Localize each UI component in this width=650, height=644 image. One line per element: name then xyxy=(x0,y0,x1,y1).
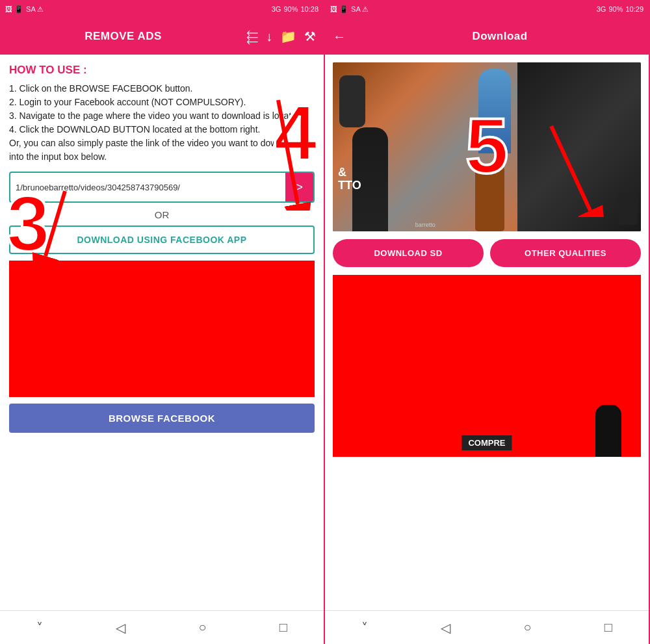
download-sd-button[interactable]: DOWNLOAD SD xyxy=(333,239,484,267)
left-status-bar: 🖼 📱 SA ⚠ 3G 90% 10:28 xyxy=(0,0,324,18)
left-phone-panel: 🖼 📱 SA ⚠ 3G 90% 10:28 REMOVE ADS ⬱ ↓ 📁 ⚒… xyxy=(0,0,325,644)
store-text: &TTO xyxy=(338,166,361,192)
browse-facebook-button[interactable]: BROWSE FACEBOOK xyxy=(9,404,315,433)
right-time-label: 10:29 xyxy=(625,5,644,13)
nav-back-icon[interactable]: ◁ xyxy=(116,620,125,636)
status-left: 🖼 📱 SA ⚠ xyxy=(5,5,44,14)
how-to-title: HOW TO USE : xyxy=(9,64,315,77)
url-input[interactable] xyxy=(10,176,285,199)
notification-icons: 🖼 📱 xyxy=(5,5,23,14)
right-status-bar: 🖼 📱 SA ⚠ 3G 90% 10:29 xyxy=(325,0,649,18)
nav-square-icon[interactable]: □ xyxy=(280,620,287,635)
nav-home-icon[interactable]: ○ xyxy=(199,620,207,635)
right-nav-back-icon[interactable]: ◁ xyxy=(441,620,450,636)
left-top-bar: REMOVE ADS ⬱ ↓ 📁 ⚒ xyxy=(0,18,324,55)
video-right-frame xyxy=(517,62,641,231)
sa-label: SA ⚠ xyxy=(26,5,44,14)
or-label: OR xyxy=(9,209,315,220)
download-title: Download xyxy=(359,30,641,43)
compre-label: COMPRE xyxy=(462,435,512,450)
left-main-content: 3 4 HOW TO USE : 1. Click on the BROWSE … xyxy=(0,55,324,610)
nav-chevron-icon[interactable]: ˅ xyxy=(36,620,43,636)
folder-icon[interactable]: 📁 xyxy=(280,29,296,44)
settings-icon[interactable]: ⚒ xyxy=(304,29,316,44)
back-button[interactable]: ← xyxy=(333,29,346,44)
time-label: 10:28 xyxy=(300,5,318,13)
right-nav-home-icon[interactable]: ○ xyxy=(524,620,532,635)
right-battery-label: 90% xyxy=(608,5,623,13)
signal-label: 3G xyxy=(272,5,281,13)
go-button[interactable]: > xyxy=(285,173,313,201)
left-ad-block xyxy=(9,261,315,397)
share-icon[interactable]: ⬱ xyxy=(246,29,258,44)
right-top-bar: ← Download xyxy=(325,18,649,55)
step-number-5: 5 xyxy=(465,107,509,185)
how-to-steps: 1. Click on the BROWSE FACEBOOK button. … xyxy=(9,82,315,164)
other-qualities-button[interactable]: OTHER QUALITIES xyxy=(490,239,641,267)
right-nav-square-icon[interactable]: □ xyxy=(604,620,612,635)
right-ad-block: COMPRE xyxy=(333,275,641,457)
right-main-content: 5 🎥 &TTO barretto xyxy=(325,55,649,610)
step-number-3: 3 xyxy=(6,185,50,263)
right-signal-label: 3G xyxy=(597,5,606,13)
status-right: 3G 90% 10:28 xyxy=(272,5,318,13)
right-nav-bar: ˅ ◁ ○ □ xyxy=(325,610,649,644)
right-notification-icons: 🖼 📱 xyxy=(330,5,348,14)
url-input-row: > xyxy=(9,172,315,203)
remove-ads-button[interactable]: REMOVE ADS xyxy=(8,30,239,43)
right-sa-label: SA ⚠ xyxy=(351,5,369,14)
battery-label: 90% xyxy=(283,5,298,13)
right-nav-chevron-icon[interactable]: ˅ xyxy=(361,620,368,636)
right-status-left: 🖼 📱 SA ⚠ xyxy=(330,5,369,14)
download-using-fb-app-button[interactable]: DOWNLOAD USING FACEBOOK APP xyxy=(9,225,315,254)
step-number-4: 4 xyxy=(274,94,317,172)
right-phone-panel: 🖼 📱 SA ⚠ 3G 90% 10:29 ← Download 5 🎥 xyxy=(325,0,650,644)
download-buttons-row: DOWNLOAD SD OTHER QUALITIES xyxy=(333,239,641,267)
download-icon[interactable]: ↓ xyxy=(266,29,272,44)
left-nav-bar: ˅ ◁ ○ □ xyxy=(0,610,324,644)
right-status-right: 3G 90% 10:29 xyxy=(597,5,644,13)
